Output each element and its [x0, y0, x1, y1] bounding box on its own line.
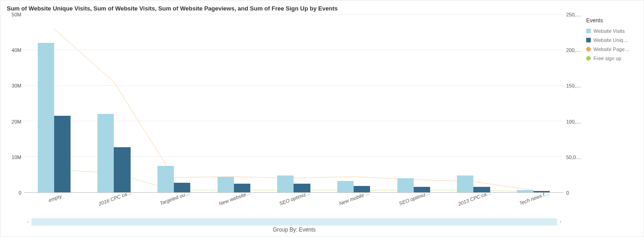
bar[interactable] — [157, 166, 174, 193]
bar[interactable] — [277, 175, 294, 192]
legend-swatch — [586, 56, 591, 61]
legend-item[interactable]: Free sign up — [586, 56, 637, 61]
y-left-tick: 10M — [12, 155, 21, 160]
y-axis-left: 010M20M30M40M50M — [7, 15, 24, 193]
bar[interactable] — [337, 181, 354, 192]
category-slot — [264, 15, 324, 192]
legend-label: Free sign up — [593, 56, 621, 61]
bar[interactable] — [397, 178, 414, 192]
legend-swatch — [586, 29, 591, 33]
legend-label: Website Page… — [593, 46, 629, 52]
x-axis-label: Group By: Events — [7, 227, 582, 233]
category-slot — [444, 15, 504, 192]
y-left-tick: 50M — [12, 12, 21, 17]
legend-swatch — [586, 47, 591, 52]
bar[interactable] — [97, 114, 114, 192]
bar[interactable] — [38, 43, 54, 192]
plot-area — [24, 15, 563, 193]
y-right-tick: 50,0… — [566, 155, 581, 160]
y-left-tick: 30M — [12, 83, 21, 88]
bar[interactable] — [457, 175, 473, 192]
x-axis: empty2016 CPC ca…Targeted ou…New website… — [24, 193, 563, 218]
category-slot — [84, 15, 144, 192]
y-right-tick: 150,… — [566, 83, 581, 88]
chart-wrap: 010M20M30M40M50M 050,0…100,…150,…200,…25… — [7, 15, 582, 233]
y-axis-right: 050,0…100,…150,…200,…250,… — [563, 15, 582, 193]
legend-label: Website Visits — [593, 28, 625, 34]
legend-swatch — [586, 38, 591, 42]
y-right-tick: 250,… — [566, 12, 581, 17]
category-slot — [24, 15, 84, 192]
legend-title: Events — [586, 17, 637, 24]
category-slot — [384, 15, 444, 192]
legend-label: Website Uniq… — [593, 37, 628, 43]
category-slot — [503, 15, 563, 192]
y-right-tick: 0 — [566, 191, 569, 196]
bar[interactable] — [114, 147, 130, 192]
category-slot — [324, 15, 384, 192]
category-slot — [204, 15, 264, 192]
legend-item[interactable]: Website Visits — [586, 28, 637, 34]
y-left-tick: 0 — [19, 191, 21, 196]
plot-row: 010M20M30M40M50M 050,0…100,…150,…200,…25… — [7, 15, 582, 193]
chart-panel: Sum of Website Unique Visits, Sum of Web… — [0, 0, 644, 237]
legend: Events Website VisitsWebsite Uniq…Websit… — [582, 15, 637, 233]
chart-body: 010M20M30M40M50M 050,0…100,…150,…200,…25… — [7, 15, 637, 233]
y-left-tick: 20M — [12, 119, 21, 124]
scroll-left-button[interactable]: ‹ — [24, 218, 31, 226]
horizontal-scrollbar[interactable]: ‹ › — [24, 218, 564, 226]
y-right-tick: 100,… — [566, 119, 581, 124]
y-right-tick: 200,… — [566, 48, 581, 53]
legend-item[interactable]: Website Uniq… — [586, 37, 637, 43]
chart-title: Sum of Website Unique Visits, Sum of Web… — [7, 5, 637, 12]
bar[interactable] — [54, 116, 71, 192]
category-slot — [144, 15, 204, 192]
scroll-right-button[interactable]: › — [557, 218, 564, 226]
bar[interactable] — [517, 190, 533, 192]
y-left-tick: 40M — [12, 48, 21, 53]
legend-item[interactable]: Website Page… — [586, 46, 637, 52]
bar[interactable] — [218, 177, 234, 192]
